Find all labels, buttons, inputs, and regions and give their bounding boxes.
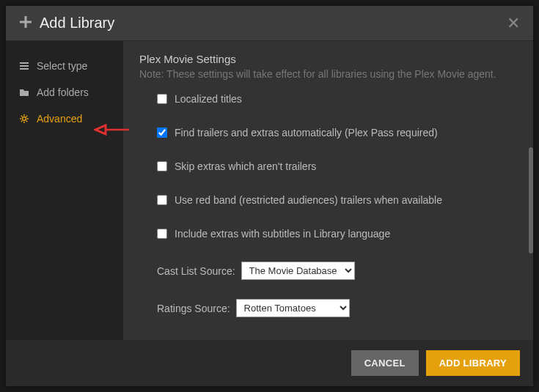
sidebar-item-label: Select type — [37, 60, 87, 72]
sidebar: Select type Add folders Advanced — [6, 41, 123, 340]
sidebar-item-label: Add folders — [37, 86, 89, 98]
content-panel: Plex Movie Settings Note: These settings… — [123, 41, 533, 340]
sidebar-item-advanced[interactable]: Advanced — [6, 106, 123, 132]
select-row-cast-list: Cast List Source: The Movie Database — [157, 262, 517, 280]
modal-body: Select type Add folders Advanced Plex Mo… — [6, 41, 533, 340]
select-label: Ratings Source: — [157, 303, 230, 314]
add-library-button[interactable]: ADD LIBRARY — [426, 350, 520, 376]
check-label: Use red band (restricted audiences) trai… — [175, 194, 442, 206]
sidebar-item-select-type[interactable]: Select type — [6, 53, 123, 79]
check-skip-extras[interactable]: Skip extras which aren't trailers — [157, 160, 517, 172]
check-trailers-extras[interactable]: Find trailers and extras automatically (… — [157, 127, 517, 138]
list-icon — [18, 61, 31, 71]
close-icon[interactable]: ✕ — [507, 15, 520, 32]
select-ratings-source[interactable]: Rotten Tomatoes — [236, 299, 350, 317]
modal-add-library: Add Library ✕ Select type Add folders — [6, 6, 533, 386]
checkbox-skip-extras[interactable] — [157, 161, 167, 171]
check-label: Skip extras which aren't trailers — [175, 160, 316, 172]
check-subtitles[interactable]: Include extras with subtitles in Library… — [157, 228, 517, 240]
checkbox-subtitles[interactable] — [157, 229, 167, 239]
checkbox-trailers-extras[interactable] — [157, 127, 167, 138]
modal-footer: CANCEL ADD LIBRARY — [6, 340, 533, 386]
content-title: Plex Movie Settings — [139, 53, 517, 65]
folder-icon — [18, 88, 31, 97]
modal-header: Add Library ✕ — [6, 6, 533, 41]
sidebar-item-label: Advanced — [37, 113, 82, 125]
checkbox-red-band[interactable] — [157, 195, 167, 205]
sidebar-item-add-folders[interactable]: Add folders — [6, 79, 123, 106]
check-localized-titles[interactable]: Localized titles — [157, 93, 517, 105]
cancel-button[interactable]: CANCEL — [351, 350, 419, 376]
gear-icon — [18, 114, 31, 124]
check-label: Find trailers and extras automatically (… — [175, 127, 438, 138]
plus-icon — [19, 15, 32, 32]
select-row-ratings: Ratings Source: Rotten Tomatoes — [157, 299, 517, 317]
check-label: Localized titles — [175, 93, 242, 105]
modal-title: Add Library — [40, 15, 507, 32]
svg-point-0 — [23, 117, 26, 121]
select-cast-list-source[interactable]: The Movie Database — [241, 262, 355, 280]
select-label: Cast List Source: — [157, 265, 235, 277]
check-label: Include extras with subtitles in Library… — [175, 228, 390, 240]
check-red-band[interactable]: Use red band (restricted audiences) trai… — [157, 194, 517, 206]
scrollbar-thumb[interactable] — [529, 147, 533, 254]
checkbox-localized-titles[interactable] — [157, 94, 167, 104]
content-note: Note: These settings will take effect fo… — [139, 68, 517, 80]
